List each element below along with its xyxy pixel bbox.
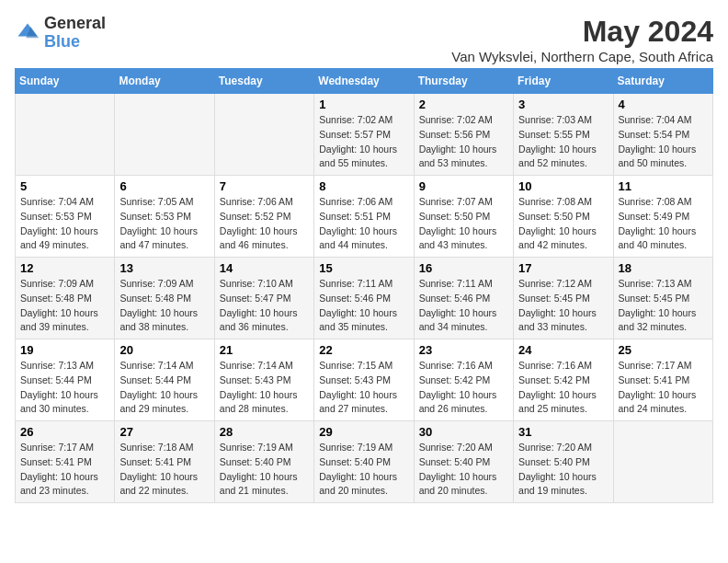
day-info: Sunrise: 7:17 AMSunset: 5:41 PMDaylight:…: [619, 359, 708, 417]
day-info: Sunrise: 7:13 AMSunset: 5:45 PMDaylight:…: [619, 277, 708, 335]
calendar-cell: 18Sunrise: 7:13 AMSunset: 5:45 PMDayligh…: [613, 258, 712, 339]
day-info: Sunrise: 7:03 AMSunset: 5:55 PMDaylight:…: [518, 113, 608, 171]
calendar-cell: 19Sunrise: 7:13 AMSunset: 5:44 PMDayligh…: [16, 339, 115, 421]
calendar-cell: 28Sunrise: 7:19 AMSunset: 5:40 PMDayligh…: [214, 421, 313, 503]
calendar-cell: 2Sunrise: 7:02 AMSunset: 5:56 PMDaylight…: [414, 94, 513, 176]
day-number: 17: [518, 261, 608, 275]
day-info: Sunrise: 7:07 AMSunset: 5:50 PMDaylight:…: [419, 195, 508, 253]
day-number: 5: [20, 179, 109, 193]
day-info: Sunrise: 7:08 AMSunset: 5:50 PMDaylight:…: [518, 195, 608, 253]
calendar-cell: [115, 94, 214, 176]
day-info: Sunrise: 7:06 AMSunset: 5:52 PMDaylight:…: [220, 195, 309, 253]
day-number: 3: [518, 98, 608, 111]
calendar-cell: 15Sunrise: 7:11 AMSunset: 5:46 PMDayligh…: [314, 258, 414, 339]
header-day-thursday: Thursday: [414, 69, 513, 94]
calendar-header-row: SundayMondayTuesdayWednesdayThursdayFrid…: [16, 69, 713, 94]
calendar-cell: 11Sunrise: 7:08 AMSunset: 5:49 PMDayligh…: [613, 176, 712, 258]
header: General Blue May 2024 Van Wyksvlei, Nort…: [15, 15, 713, 64]
header-day-tuesday: Tuesday: [214, 69, 313, 94]
day-info: Sunrise: 7:05 AMSunset: 5:53 PMDaylight:…: [119, 195, 209, 253]
day-info: Sunrise: 7:13 AMSunset: 5:44 PMDaylight:…: [20, 359, 109, 417]
calendar-cell: 17Sunrise: 7:12 AMSunset: 5:45 PMDayligh…: [514, 258, 613, 339]
calendar-week-2: 5Sunrise: 7:04 AMSunset: 5:53 PMDaylight…: [16, 176, 713, 258]
title-area: May 2024 Van Wyksvlei, Northern Cape, So…: [451, 15, 713, 64]
day-number: 19: [20, 343, 109, 357]
day-info: Sunrise: 7:12 AMSunset: 5:45 PMDaylight:…: [518, 277, 608, 335]
logo: General Blue: [15, 15, 106, 52]
day-info: Sunrise: 7:16 AMSunset: 5:42 PMDaylight:…: [419, 359, 508, 417]
calendar-cell: 27Sunrise: 7:18 AMSunset: 5:41 PMDayligh…: [115, 421, 214, 503]
day-info: Sunrise: 7:16 AMSunset: 5:42 PMDaylight:…: [518, 359, 608, 417]
month-title: May 2024: [451, 15, 713, 49]
calendar-cell: 5Sunrise: 7:04 AMSunset: 5:53 PMDaylight…: [16, 176, 115, 258]
calendar-week-1: 1Sunrise: 7:02 AMSunset: 5:57 PMDaylight…: [16, 94, 713, 176]
calendar-cell: 8Sunrise: 7:06 AMSunset: 5:51 PMDaylight…: [314, 176, 414, 258]
calendar-cell: 14Sunrise: 7:10 AMSunset: 5:47 PMDayligh…: [214, 258, 313, 339]
day-info: Sunrise: 7:09 AMSunset: 5:48 PMDaylight:…: [20, 277, 109, 335]
day-info: Sunrise: 7:20 AMSunset: 5:40 PMDaylight:…: [518, 441, 608, 499]
calendar-cell: 22Sunrise: 7:15 AMSunset: 5:43 PMDayligh…: [314, 339, 414, 421]
header-day-saturday: Saturday: [613, 69, 712, 94]
day-number: 28: [220, 425, 309, 439]
calendar-week-5: 26Sunrise: 7:17 AMSunset: 5:41 PMDayligh…: [16, 421, 713, 503]
calendar-cell: 1Sunrise: 7:02 AMSunset: 5:57 PMDaylight…: [314, 94, 414, 176]
day-number: 27: [119, 425, 209, 439]
header-day-sunday: Sunday: [16, 69, 115, 94]
day-number: 20: [119, 343, 209, 357]
day-info: Sunrise: 7:18 AMSunset: 5:41 PMDaylight:…: [119, 441, 209, 499]
calendar-week-3: 12Sunrise: 7:09 AMSunset: 5:48 PMDayligh…: [16, 258, 713, 339]
calendar-cell: 25Sunrise: 7:17 AMSunset: 5:41 PMDayligh…: [613, 339, 712, 421]
day-info: Sunrise: 7:14 AMSunset: 5:43 PMDaylight:…: [220, 359, 309, 417]
day-number: 29: [319, 425, 408, 439]
calendar-cell: 31Sunrise: 7:20 AMSunset: 5:40 PMDayligh…: [514, 421, 613, 503]
day-number: 23: [419, 343, 508, 357]
day-number: 8: [319, 179, 408, 193]
calendar-table: SundayMondayTuesdayWednesdayThursdayFrid…: [15, 68, 713, 503]
day-number: 22: [319, 343, 408, 357]
calendar-cell: 9Sunrise: 7:07 AMSunset: 5:50 PMDaylight…: [414, 176, 513, 258]
calendar-cell: 24Sunrise: 7:16 AMSunset: 5:42 PMDayligh…: [514, 339, 613, 421]
day-number: 21: [220, 343, 309, 357]
calendar-week-4: 19Sunrise: 7:13 AMSunset: 5:44 PMDayligh…: [16, 339, 713, 421]
logo-text: General Blue: [44, 15, 106, 52]
calendar-cell: 7Sunrise: 7:06 AMSunset: 5:52 PMDaylight…: [214, 176, 313, 258]
day-number: 26: [20, 425, 109, 439]
day-info: Sunrise: 7:06 AMSunset: 5:51 PMDaylight:…: [319, 195, 408, 253]
calendar-cell: 3Sunrise: 7:03 AMSunset: 5:55 PMDaylight…: [514, 94, 613, 176]
logo-general: General: [44, 14, 106, 32]
location-subtitle: Van Wyksvlei, Northern Cape, South Afric…: [451, 49, 713, 64]
calendar-cell: 16Sunrise: 7:11 AMSunset: 5:46 PMDayligh…: [414, 258, 513, 339]
calendar-cell: 12Sunrise: 7:09 AMSunset: 5:48 PMDayligh…: [16, 258, 115, 339]
day-number: 18: [619, 261, 708, 275]
day-info: Sunrise: 7:17 AMSunset: 5:41 PMDaylight:…: [20, 441, 109, 499]
calendar-cell: [16, 94, 115, 176]
calendar-cell: 23Sunrise: 7:16 AMSunset: 5:42 PMDayligh…: [414, 339, 513, 421]
header-day-wednesday: Wednesday: [314, 69, 414, 94]
calendar-cell: 29Sunrise: 7:19 AMSunset: 5:40 PMDayligh…: [314, 421, 414, 503]
day-number: 7: [220, 179, 309, 193]
day-info: Sunrise: 7:08 AMSunset: 5:49 PMDaylight:…: [619, 195, 708, 253]
day-info: Sunrise: 7:10 AMSunset: 5:47 PMDaylight:…: [220, 277, 309, 335]
calendar-cell: 26Sunrise: 7:17 AMSunset: 5:41 PMDayligh…: [16, 421, 115, 503]
calendar-cell: 30Sunrise: 7:20 AMSunset: 5:40 PMDayligh…: [414, 421, 513, 503]
day-info: Sunrise: 7:02 AMSunset: 5:56 PMDaylight:…: [419, 113, 508, 171]
day-info: Sunrise: 7:14 AMSunset: 5:44 PMDaylight:…: [119, 359, 209, 417]
day-info: Sunrise: 7:04 AMSunset: 5:53 PMDaylight:…: [20, 195, 109, 253]
day-info: Sunrise: 7:02 AMSunset: 5:57 PMDaylight:…: [319, 113, 408, 171]
day-number: 9: [419, 179, 508, 193]
day-number: 13: [119, 261, 209, 275]
day-number: 25: [619, 343, 708, 357]
header-day-monday: Monday: [115, 69, 214, 94]
day-number: 15: [319, 261, 408, 275]
day-number: 24: [518, 343, 608, 357]
day-number: 1: [319, 98, 408, 111]
calendar-cell: 13Sunrise: 7:09 AMSunset: 5:48 PMDayligh…: [115, 258, 214, 339]
day-number: 2: [419, 98, 508, 111]
day-number: 11: [619, 179, 708, 193]
day-number: 31: [518, 425, 608, 439]
calendar-cell: 10Sunrise: 7:08 AMSunset: 5:50 PMDayligh…: [514, 176, 613, 258]
day-info: Sunrise: 7:04 AMSunset: 5:54 PMDaylight:…: [619, 113, 708, 171]
calendar-cell: 21Sunrise: 7:14 AMSunset: 5:43 PMDayligh…: [214, 339, 313, 421]
day-number: 30: [419, 425, 508, 439]
day-number: 10: [518, 179, 608, 193]
